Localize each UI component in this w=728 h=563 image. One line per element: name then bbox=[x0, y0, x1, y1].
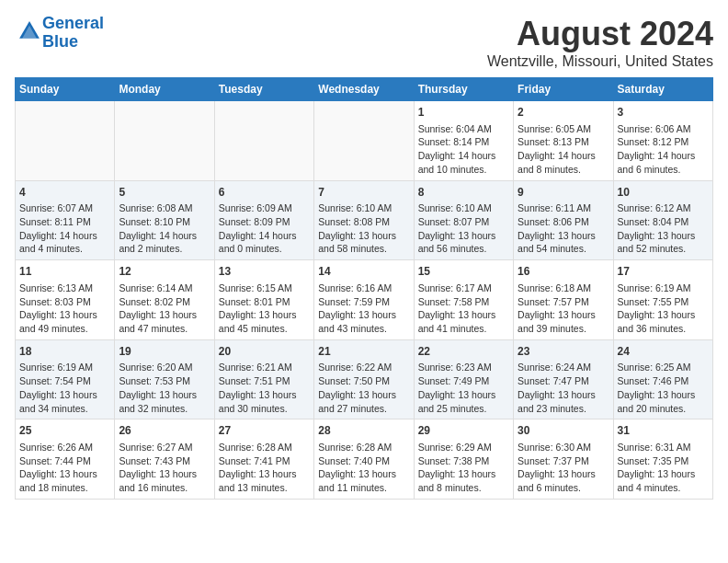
day-header-friday: Friday bbox=[514, 78, 613, 101]
day-info: Sunrise: 6:23 AMSunset: 7:49 PMDaylight:… bbox=[418, 361, 509, 415]
day-info: Sunrise: 6:13 AMSunset: 8:03 PMDaylight:… bbox=[19, 282, 110, 336]
day-cell: 16Sunrise: 6:18 AMSunset: 7:57 PMDayligh… bbox=[514, 260, 613, 340]
week-row-1: 1Sunrise: 6:04 AMSunset: 8:14 PMDaylight… bbox=[16, 101, 713, 181]
day-number: 6 bbox=[219, 185, 310, 201]
day-info: Sunrise: 6:27 AMSunset: 7:43 PMDaylight:… bbox=[119, 441, 210, 495]
day-number: 12 bbox=[119, 264, 210, 280]
day-cell: 20Sunrise: 6:21 AMSunset: 7:51 PMDayligh… bbox=[214, 339, 313, 419]
day-number: 21 bbox=[318, 344, 409, 360]
day-info: Sunrise: 6:17 AMSunset: 7:58 PMDaylight:… bbox=[418, 282, 509, 336]
day-cell: 10Sunrise: 6:12 AMSunset: 8:04 PMDayligh… bbox=[613, 180, 712, 260]
day-info: Sunrise: 6:10 AMSunset: 8:08 PMDaylight:… bbox=[318, 201, 409, 256]
day-info: Sunrise: 6:08 AMSunset: 8:10 PMDaylight:… bbox=[119, 201, 210, 256]
day-number: 25 bbox=[19, 423, 110, 439]
day-cell: 4Sunrise: 6:07 AMSunset: 8:11 PMDaylight… bbox=[16, 180, 115, 260]
day-info: Sunrise: 6:14 AMSunset: 8:02 PMDaylight:… bbox=[119, 282, 210, 336]
day-cell: 30Sunrise: 6:30 AMSunset: 7:37 PMDayligh… bbox=[514, 419, 613, 500]
day-cell: 14Sunrise: 6:16 AMSunset: 7:59 PMDayligh… bbox=[314, 260, 414, 340]
day-cell: 11Sunrise: 6:13 AMSunset: 8:03 PMDayligh… bbox=[16, 260, 115, 340]
day-number: 22 bbox=[418, 344, 509, 360]
day-number: 1 bbox=[418, 105, 509, 121]
day-number: 26 bbox=[119, 423, 210, 439]
day-info: Sunrise: 6:22 AMSunset: 7:50 PMDaylight:… bbox=[318, 361, 409, 415]
day-cell: 26Sunrise: 6:27 AMSunset: 7:43 PMDayligh… bbox=[115, 419, 214, 500]
day-cell: 27Sunrise: 6:28 AMSunset: 7:41 PMDayligh… bbox=[214, 419, 313, 500]
day-cell: 19Sunrise: 6:20 AMSunset: 7:53 PMDayligh… bbox=[115, 339, 214, 419]
page-header: General Blue August 2024 Wentzville, Mis… bbox=[15, 15, 713, 70]
day-number: 10 bbox=[618, 185, 709, 201]
day-header-monday: Monday bbox=[115, 78, 214, 101]
week-row-2: 4Sunrise: 6:07 AMSunset: 8:11 PMDaylight… bbox=[16, 180, 713, 260]
day-info: Sunrise: 6:21 AMSunset: 7:51 PMDaylight:… bbox=[219, 361, 310, 415]
day-number: 31 bbox=[618, 423, 709, 439]
day-cell: 17Sunrise: 6:19 AMSunset: 7:55 PMDayligh… bbox=[613, 260, 712, 340]
day-cell: 13Sunrise: 6:15 AMSunset: 8:01 PMDayligh… bbox=[214, 260, 313, 340]
day-number: 8 bbox=[418, 185, 509, 201]
logo-blue: Blue bbox=[42, 32, 78, 51]
day-cell: 1Sunrise: 6:04 AMSunset: 8:14 PMDaylight… bbox=[414, 101, 513, 181]
day-info: Sunrise: 6:10 AMSunset: 8:07 PMDaylight:… bbox=[418, 201, 509, 256]
week-row-5: 25Sunrise: 6:26 AMSunset: 7:44 PMDayligh… bbox=[16, 419, 713, 500]
day-cell: 24Sunrise: 6:25 AMSunset: 7:46 PMDayligh… bbox=[613, 339, 712, 419]
day-number: 3 bbox=[618, 105, 709, 121]
week-row-4: 18Sunrise: 6:19 AMSunset: 7:54 PMDayligh… bbox=[16, 339, 713, 419]
day-info: Sunrise: 6:09 AMSunset: 8:09 PMDaylight:… bbox=[219, 201, 310, 256]
day-number: 5 bbox=[119, 185, 210, 201]
day-number: 7 bbox=[318, 185, 409, 201]
day-info: Sunrise: 6:11 AMSunset: 8:06 PMDaylight:… bbox=[518, 201, 609, 256]
day-number: 11 bbox=[19, 264, 110, 280]
main-title: August 2024 bbox=[487, 15, 713, 53]
logo-icon bbox=[17, 18, 42, 44]
day-number: 28 bbox=[318, 423, 409, 439]
day-info: Sunrise: 6:26 AMSunset: 7:44 PMDaylight:… bbox=[19, 441, 110, 495]
day-headers-row: SundayMondayTuesdayWednesdayThursdayFrid… bbox=[16, 78, 713, 101]
day-cell: 21Sunrise: 6:22 AMSunset: 7:50 PMDayligh… bbox=[314, 339, 414, 419]
day-info: Sunrise: 6:20 AMSunset: 7:53 PMDaylight:… bbox=[119, 361, 210, 415]
day-header-wednesday: Wednesday bbox=[314, 78, 414, 101]
day-header-tuesday: Tuesday bbox=[214, 78, 313, 101]
day-cell: 2Sunrise: 6:05 AMSunset: 8:13 PMDaylight… bbox=[514, 101, 613, 181]
day-number: 15 bbox=[418, 264, 509, 280]
day-cell: 9Sunrise: 6:11 AMSunset: 8:06 PMDaylight… bbox=[514, 180, 613, 260]
day-cell: 12Sunrise: 6:14 AMSunset: 8:02 PMDayligh… bbox=[115, 260, 214, 340]
calendar-table: SundayMondayTuesdayWednesdayThursdayFrid… bbox=[15, 77, 713, 500]
day-info: Sunrise: 6:24 AMSunset: 7:47 PMDaylight:… bbox=[518, 361, 609, 415]
day-info: Sunrise: 6:28 AMSunset: 7:41 PMDaylight:… bbox=[219, 441, 310, 495]
day-info: Sunrise: 6:28 AMSunset: 7:40 PMDaylight:… bbox=[318, 441, 409, 495]
day-info: Sunrise: 6:04 AMSunset: 8:14 PMDaylight:… bbox=[418, 122, 509, 177]
day-info: Sunrise: 6:30 AMSunset: 7:37 PMDaylight:… bbox=[518, 441, 609, 495]
day-cell: 7Sunrise: 6:10 AMSunset: 8:08 PMDaylight… bbox=[314, 180, 414, 260]
day-number: 16 bbox=[518, 264, 609, 280]
day-cell: 28Sunrise: 6:28 AMSunset: 7:40 PMDayligh… bbox=[314, 419, 414, 500]
logo-general: General bbox=[42, 14, 104, 32]
day-info: Sunrise: 6:19 AMSunset: 7:55 PMDaylight:… bbox=[618, 282, 709, 336]
title-block: August 2024 Wentzville, Missouri, United… bbox=[487, 15, 713, 70]
day-info: Sunrise: 6:06 AMSunset: 8:12 PMDaylight:… bbox=[618, 122, 709, 177]
day-cell: 29Sunrise: 6:29 AMSunset: 7:38 PMDayligh… bbox=[414, 419, 513, 500]
day-number: 19 bbox=[119, 344, 210, 360]
day-number: 30 bbox=[518, 423, 609, 439]
day-number: 4 bbox=[19, 185, 110, 201]
day-info: Sunrise: 6:16 AMSunset: 7:59 PMDaylight:… bbox=[318, 282, 409, 336]
day-number: 20 bbox=[219, 344, 310, 360]
day-number: 2 bbox=[518, 105, 609, 121]
day-cell: 23Sunrise: 6:24 AMSunset: 7:47 PMDayligh… bbox=[514, 339, 613, 419]
day-info: Sunrise: 6:25 AMSunset: 7:46 PMDaylight:… bbox=[618, 361, 709, 415]
day-cell: 6Sunrise: 6:09 AMSunset: 8:09 PMDaylight… bbox=[214, 180, 313, 260]
day-info: Sunrise: 6:15 AMSunset: 8:01 PMDaylight:… bbox=[219, 282, 310, 336]
logo: General Blue bbox=[15, 15, 104, 52]
day-cell: 3Sunrise: 6:06 AMSunset: 8:12 PMDaylight… bbox=[613, 101, 712, 181]
day-number: 18 bbox=[19, 344, 110, 360]
day-info: Sunrise: 6:05 AMSunset: 8:13 PMDaylight:… bbox=[518, 122, 609, 177]
day-number: 17 bbox=[618, 264, 709, 280]
day-header-thursday: Thursday bbox=[414, 78, 513, 101]
day-info: Sunrise: 6:29 AMSunset: 7:38 PMDaylight:… bbox=[418, 441, 509, 495]
day-info: Sunrise: 6:31 AMSunset: 7:35 PMDaylight:… bbox=[618, 441, 709, 495]
day-number: 13 bbox=[219, 264, 310, 280]
day-number: 14 bbox=[318, 264, 409, 280]
logo-text: General Blue bbox=[42, 15, 104, 52]
day-number: 29 bbox=[418, 423, 509, 439]
day-info: Sunrise: 6:12 AMSunset: 8:04 PMDaylight:… bbox=[618, 201, 709, 256]
day-number: 27 bbox=[219, 423, 310, 439]
subtitle: Wentzville, Missouri, United States bbox=[487, 53, 713, 70]
